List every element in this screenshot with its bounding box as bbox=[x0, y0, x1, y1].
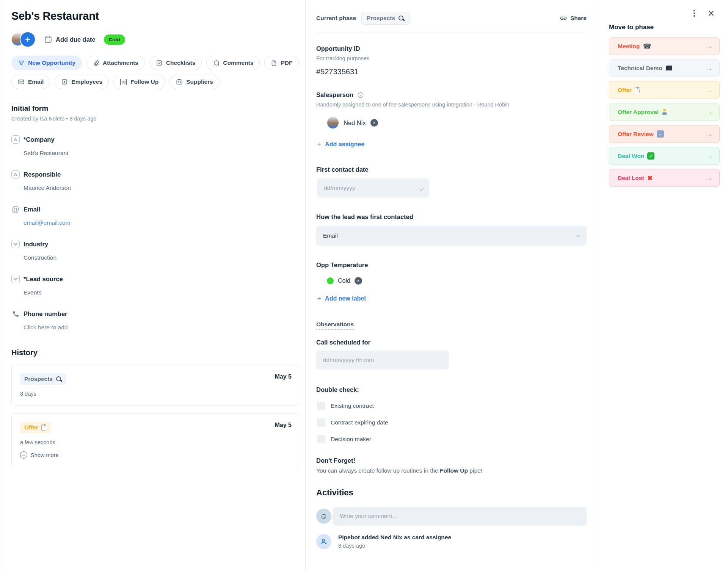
more-options-icon[interactable] bbox=[692, 8, 697, 18]
chip-label: Checklists bbox=[166, 60, 196, 66]
dropdown-field-icon bbox=[11, 275, 20, 283]
green-dot-icon bbox=[327, 277, 334, 284]
phase-button-technical-demo[interactable]: Technical Demo → bbox=[609, 59, 720, 77]
phase-button-offer[interactable]: Offer → bbox=[609, 81, 720, 99]
close-icon[interactable]: × bbox=[708, 9, 714, 17]
phase-list: Meeting ☎ → Technical Demo → Offer → Off… bbox=[609, 37, 719, 187]
actions-row-1: New Opportunity Attachments Checklists bbox=[11, 56, 300, 70]
field-label: *Company bbox=[24, 136, 55, 143]
opp-temperature-block: Opp Temperature Cold × + Add new label bbox=[316, 262, 587, 303]
initial-form-heading: Initial form bbox=[11, 104, 300, 113]
current-phase-value: Prospects bbox=[367, 15, 395, 22]
remove-label-icon[interactable]: × bbox=[355, 277, 362, 285]
text-field-icon: A bbox=[11, 135, 20, 144]
field-value[interactable]: Maurice Anderson bbox=[24, 185, 300, 191]
field-email: @ Email email@email.com bbox=[11, 205, 300, 226]
phase-button-offer-approval[interactable]: Offer Approval → bbox=[609, 103, 720, 121]
calendar-icon bbox=[44, 35, 52, 44]
plus-icon: + bbox=[317, 140, 321, 149]
phase-button-meeting[interactable]: Meeting ☎ → bbox=[609, 37, 720, 55]
first-contact-date-block: First contact date bbox=[316, 166, 587, 197]
person-plus-icon bbox=[316, 534, 331, 549]
phase-button-deal-won[interactable]: Deal Won ✓ → bbox=[609, 147, 720, 165]
follow-up-button[interactable]: Follow Up bbox=[113, 75, 165, 89]
comment-input[interactable] bbox=[333, 507, 587, 526]
suppliers-button[interactable]: Suppliers bbox=[169, 75, 220, 89]
call-scheduled-block: Call scheduled for bbox=[316, 339, 587, 370]
activity-time: 8 days ago bbox=[338, 543, 451, 549]
field-value[interactable]: Events bbox=[24, 289, 300, 296]
share-button[interactable]: Share bbox=[560, 14, 587, 22]
checklists-button[interactable]: Checklists bbox=[149, 56, 202, 70]
checkbox-icon[interactable] bbox=[317, 435, 325, 443]
field-value[interactable]: Seb's Restaurant bbox=[24, 150, 300, 157]
current-phase-chip[interactable]: Prospects bbox=[361, 12, 410, 25]
dont-forget-title: Don't Forget! bbox=[316, 457, 587, 464]
checkbox-decision-maker[interactable]: Decision maker bbox=[317, 435, 587, 443]
lead-contacted-label: How the lead was first contacted bbox=[316, 213, 587, 221]
chevron-down-icon bbox=[576, 233, 580, 237]
checkbox-icon[interactable] bbox=[317, 418, 325, 427]
activities-heading: Activities bbox=[316, 488, 587, 498]
phase-button-deal-lost[interactable]: Deal Lost ✖ → bbox=[609, 169, 720, 187]
phone-add-placeholder[interactable]: Click here to add bbox=[24, 324, 67, 333]
field-label: Industry bbox=[24, 241, 48, 248]
paperclip-icon bbox=[93, 60, 99, 66]
opportunity-id-value[interactable]: #527335631 bbox=[316, 67, 587, 76]
phase-button-offer-review[interactable]: Offer Review ← → bbox=[609, 125, 720, 143]
pdf-button[interactable]: PDF bbox=[264, 56, 299, 70]
new-opportunity-button[interactable]: New Opportunity bbox=[11, 56, 82, 70]
info-icon[interactable] bbox=[357, 92, 364, 99]
email-button[interactable]: Email bbox=[11, 75, 50, 89]
page-icon bbox=[635, 87, 640, 93]
attachments-button[interactable]: Attachments bbox=[86, 56, 145, 70]
add-assignee-button[interactable]: + Add assignee bbox=[317, 140, 587, 149]
observations-field[interactable]: Observations bbox=[316, 321, 354, 330]
phone-icon bbox=[11, 310, 20, 318]
phase-label: Offer Approval bbox=[618, 109, 659, 116]
laptop-icon bbox=[665, 66, 672, 70]
checkbox-icon[interactable] bbox=[317, 402, 325, 410]
history-phase-chip: Prospects bbox=[20, 373, 66, 385]
checkbox-existing-contract[interactable]: Existing contract bbox=[317, 402, 587, 410]
dont-forget-block: Don't Forget! You can always create foll… bbox=[316, 457, 587, 474]
move-to-phase-title: Move to phase bbox=[609, 23, 719, 31]
remove-assignee-icon[interactable]: × bbox=[370, 119, 378, 127]
comments-button[interactable]: Comments bbox=[206, 56, 260, 70]
cross-icon: ✖ bbox=[647, 175, 653, 182]
check-icon: ✓ bbox=[647, 152, 654, 160]
checkbox-label: Existing contract bbox=[331, 402, 374, 409]
chip-label: PDF bbox=[281, 60, 292, 66]
phase-label: Technical Demo bbox=[618, 65, 662, 72]
move-to-phase-panel: × Move to phase Meeting ☎ → Technical De… bbox=[596, 0, 728, 570]
add-due-date-button[interactable]: Add due date bbox=[44, 35, 96, 44]
phase-label: Offer Review bbox=[618, 131, 654, 138]
add-new-label-button[interactable]: + Add new label bbox=[317, 294, 587, 303]
lead-contacted-select[interactable]: Email bbox=[316, 226, 587, 246]
page-icon bbox=[41, 424, 46, 431]
salesperson-helper: Randomly assigned to one of the salesper… bbox=[316, 102, 587, 108]
arrow-right-icon: → bbox=[705, 130, 712, 138]
lead-contacted-block: How the lead was first contacted Email bbox=[316, 213, 587, 246]
funnel-icon bbox=[18, 60, 25, 66]
chip-label: Suppliers bbox=[186, 78, 213, 85]
history-duration: a few seconds bbox=[20, 439, 292, 445]
employees-button[interactable]: Employees bbox=[55, 75, 109, 89]
add-assignee-label: Add assignee bbox=[325, 141, 364, 148]
call-scheduled-input[interactable] bbox=[316, 351, 449, 370]
document-icon bbox=[271, 60, 277, 66]
check-square-icon bbox=[156, 60, 163, 66]
first-contact-date-input[interactable] bbox=[317, 179, 429, 197]
field-lead-source: *Lead source Events bbox=[11, 275, 300, 296]
show-more-button[interactable]: Show more bbox=[20, 451, 292, 459]
add-member-button[interactable]: + bbox=[20, 31, 36, 47]
opp-temperature-label: Opp Temperature bbox=[316, 262, 587, 269]
field-label: Email bbox=[24, 206, 40, 213]
field-value[interactable]: Construction bbox=[24, 254, 300, 261]
dont-forget-text-after: pipe! bbox=[468, 467, 482, 474]
activity-item: Pipebot added Ned Nix as card assignee 8… bbox=[316, 534, 587, 549]
email-value-link[interactable]: email@email.com bbox=[24, 219, 300, 226]
id-card-icon bbox=[176, 78, 183, 85]
assignee-avatar[interactable] bbox=[327, 117, 339, 129]
checkbox-contract-expiring[interactable]: Contract expiring date bbox=[317, 418, 587, 427]
